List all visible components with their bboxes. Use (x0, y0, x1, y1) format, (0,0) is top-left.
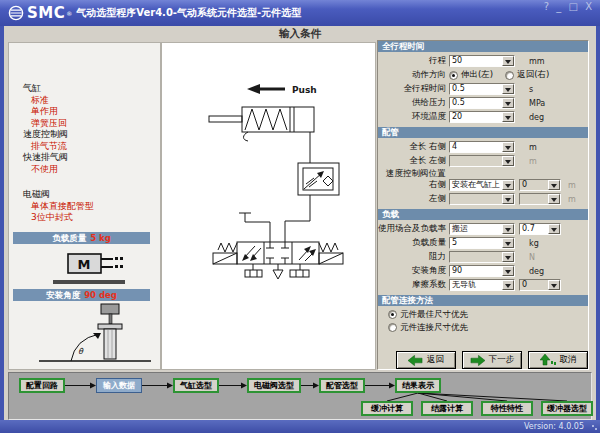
usage-label: 使用场合及负载率 (378, 223, 446, 235)
radio-extend-left-label: 伸出(左) (461, 69, 493, 81)
next-button[interactable]: 下一步 (462, 351, 522, 369)
maximize-button[interactable]: □ (569, 1, 578, 12)
chevron-down-icon[interactable] (502, 266, 514, 276)
mass-field[interactable]: 5 (449, 237, 515, 249)
radio-return-right[interactable] (505, 71, 514, 80)
config-summary-list: 气缸 标准 单作用 弹簧压回 速度控制阀 排气节流 快速排气阀 不使用 电磁阀 … (9, 43, 160, 224)
direction-label: 动作方向 (378, 69, 446, 81)
mount-angle-title: 安装角度 (46, 290, 80, 300)
chevron-down-icon (548, 180, 560, 190)
mount-angle-unit: deg (529, 267, 544, 276)
flow-step-cylinder[interactable]: 气缸选型 (173, 378, 219, 393)
valve-pos-left-row: 左侧 m (378, 192, 588, 206)
section-header-load: 负载 (378, 209, 588, 220)
cancel-button[interactable]: 取消 (528, 351, 588, 369)
close-button[interactable]: X (585, 1, 592, 12)
stroke-label: 行程 (378, 55, 446, 67)
svg-text:M: M (78, 257, 91, 272)
pipe-length-left-row: 全长 左侧 m (378, 154, 588, 168)
input-form-panel: 全行程时间 行程 50 mm 动作方向 伸出(左) 返回(右) 全行程时间 (377, 40, 589, 370)
mount-angle-field[interactable]: 90 (449, 265, 515, 277)
valve-pos-left-unit: m (568, 195, 576, 204)
radio-connect-size-priority[interactable] (388, 323, 397, 332)
mount-angle-row: 安装角度 90 deg (378, 264, 588, 278)
cancel-arrow-icon (540, 354, 556, 366)
section-header-piping: 配管 (378, 127, 588, 138)
radio-extend-left[interactable] (449, 71, 458, 80)
pipe-length-right-field[interactable]: 4 (449, 141, 515, 153)
mount-angle-label: 安装角度 (378, 265, 446, 277)
pressure-field[interactable]: 0.5 (449, 97, 515, 109)
next-arrow-icon (470, 355, 485, 366)
group-label-cylinder: 气缸 (9, 83, 160, 95)
pipe-length-right-label: 全长 右侧 (378, 141, 446, 153)
page-title: 输入条件 (4, 27, 596, 40)
pipe-length-left-label: 全长 左侧 (378, 155, 446, 167)
load-rate-field[interactable]: 0.7 (519, 223, 561, 235)
valve-pos-right-row: 右侧 安装在气缸上 0 m (378, 178, 588, 192)
brand-text: SMC (27, 4, 65, 22)
chevron-down-icon[interactable] (502, 238, 514, 248)
sidebar-item: 标准 (9, 95, 160, 107)
flow-sub-buffer-calc[interactable]: 缓冲计算 (361, 401, 413, 416)
flow-sub-characteristic[interactable]: 特性特性 (481, 401, 533, 416)
radio-return-right-label: 返回(右) (517, 69, 549, 81)
resistance-unit: N (529, 253, 535, 262)
valve-pos-right-field[interactable]: 安装在气缸上 (449, 179, 515, 191)
stroke-row: 行程 50 mm (378, 54, 588, 68)
chevron-down-icon[interactable] (502, 280, 514, 290)
chevron-down-icon[interactable] (502, 180, 514, 190)
radio-best-size-priority[interactable] (388, 310, 397, 319)
minimize-button[interactable]: _ (556, 1, 561, 12)
chevron-down-icon[interactable] (502, 142, 514, 152)
version-text: Version: 4.0.05 (524, 422, 584, 431)
full-time-row: 全行程时间 0.5 s (378, 82, 588, 96)
back-arrow-icon (408, 355, 423, 366)
chevron-down-icon (502, 156, 514, 166)
pipe-connect-option-1: 元件最佳尺寸优先 (378, 308, 588, 321)
flow-step-circuit[interactable]: 配置回路 (19, 378, 65, 393)
chevron-down-icon[interactable] (502, 84, 514, 94)
chevron-down-icon[interactable] (502, 98, 514, 108)
temperature-row: 环境温度 20 deg (378, 110, 588, 124)
flow-step-results[interactable]: 结果表示 (395, 378, 441, 393)
flow-sub-condensation[interactable]: 结露计算 (421, 401, 473, 416)
usage-row: 使用场合及负载率 搬运 0.7 (378, 222, 588, 236)
wizard-buttons: 返回 下一步 取消 (396, 351, 588, 369)
pipe-length-left-unit: m (529, 157, 537, 166)
resistance-field (449, 251, 515, 263)
mount-angle-header: 安装角度90 deg (13, 289, 150, 301)
flow-step-input[interactable]: 输入数据 (96, 378, 142, 393)
temperature-field[interactable]: 20 (449, 111, 515, 123)
mount-angle-value: 90 deg (84, 290, 117, 300)
chevron-down-icon (548, 194, 560, 204)
chevron-down-icon[interactable] (502, 112, 514, 122)
back-button[interactable]: 返回 (396, 351, 456, 369)
chevron-down-icon[interactable] (502, 224, 514, 234)
chevron-down-icon[interactable] (502, 56, 514, 66)
full-time-field[interactable]: 0.5 (449, 83, 515, 95)
stroke-unit: mm (529, 57, 545, 66)
resize-grip[interactable] (591, 424, 597, 430)
radio-best-size-label: 元件最佳尺寸优先 (400, 309, 468, 321)
section-header-stroke-time: 全行程时间 (378, 41, 588, 52)
stroke-field[interactable]: 50 (449, 55, 515, 67)
help-button[interactable]: ? (544, 1, 549, 12)
load-mass-value: 5 kg (90, 233, 111, 243)
flow-step-solenoid[interactable]: 电磁阀选型 (247, 378, 301, 393)
flow-sub-buffer-select[interactable]: 缓冲器选型 (541, 401, 593, 416)
friction-row: 摩擦系数 无导轨 0 (378, 278, 588, 292)
load-mass-header: 负载质量5 kg (13, 232, 150, 244)
friction-field[interactable]: 无导轨 (449, 279, 515, 291)
app-window: SMC ® 气动选型程序Ver4.0-气动系统元件选型-元件选型 ? _ □ X… (0, 0, 600, 433)
sidebar: 气缸 标准 单作用 弹簧压回 速度控制阀 排气节流 快速排气阀 不使用 电磁阀 … (8, 42, 161, 370)
flow-step-piping[interactable]: 配管选型 (319, 378, 365, 393)
usage-field[interactable]: 搬运 (449, 223, 515, 235)
pipe-length-right-row: 全长 右侧 4 m (378, 140, 588, 154)
mass-row: 负载质量 5 kg (378, 236, 588, 250)
registered-mark: ® (66, 10, 72, 17)
group-label-quick-exhaust: 快速排气阀 (9, 152, 160, 164)
chevron-down-icon[interactable] (548, 224, 560, 234)
sidebar-item: 排气节流 (9, 141, 160, 153)
smc-globe-icon (8, 5, 24, 21)
